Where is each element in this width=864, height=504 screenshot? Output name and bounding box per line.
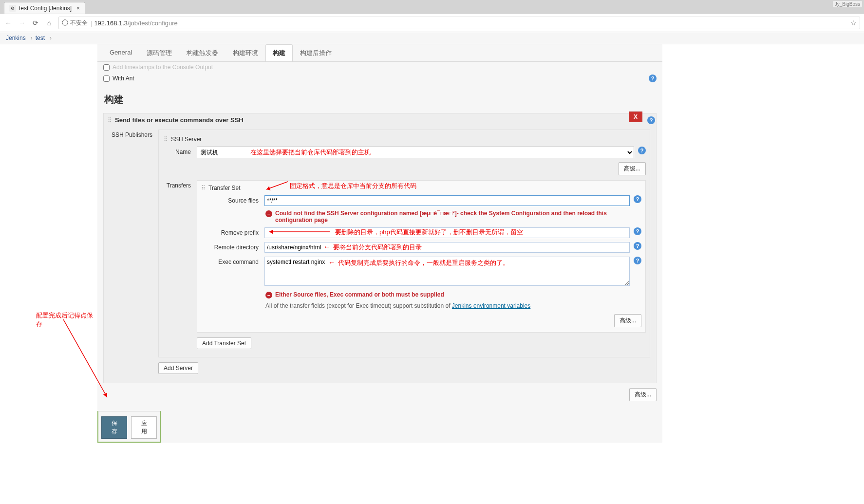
breadcrumb-root[interactable]: Jenkins <box>6 35 26 41</box>
add-server-button[interactable]: Add Server <box>158 362 198 374</box>
help-icon[interactable]: ? <box>647 116 655 124</box>
tab-general[interactable]: General <box>102 44 139 61</box>
chevron-right-icon: › <box>31 35 33 41</box>
close-tab-icon[interactable]: × <box>76 5 80 12</box>
back-icon[interactable]: ← <box>4 19 13 27</box>
tab-title: test Config [Jenkins] <box>19 5 72 12</box>
url-path: /job/test/configure <box>128 19 178 27</box>
annotation-save: 配置完成后记得点保存 <box>36 311 97 329</box>
advanced-button[interactable]: 高级... <box>629 388 657 401</box>
build-step-header: ⠿ Send files or execute commands over SS… <box>104 113 656 127</box>
checkbox-timestamps-row: Add timestamps to the Console Output <box>103 62 657 73</box>
remote-dir-label: Remote directory <box>201 242 264 251</box>
help-icon[interactable]: ? <box>649 75 657 82</box>
remove-step-button[interactable]: X <box>629 112 642 122</box>
tab-env[interactable]: 构建环境 <box>225 44 265 61</box>
transfer-set-title: Transfer Set <box>208 185 241 191</box>
help-icon[interactable]: ? <box>634 257 641 264</box>
apply-button[interactable]: 应用 <box>131 416 157 439</box>
forward-icon[interactable]: → <box>18 19 26 27</box>
add-transfer-set-button[interactable]: Add Transfer Set <box>197 337 251 349</box>
svg-line-1 <box>266 182 288 189</box>
help-icon[interactable]: ? <box>634 242 641 250</box>
checkbox-with-ant[interactable] <box>103 75 110 82</box>
checkbox-timestamps-label: Add timestamps to the Console Output <box>113 64 213 71</box>
grip-icon[interactable]: ⠿ <box>164 136 167 143</box>
exec-command-label: Exec command <box>201 257 264 265</box>
ssh-server-title: SSH Server <box>171 136 202 143</box>
error-source-exec: Either Source files, Exec command or bot… <box>275 291 444 298</box>
nav-bar: ← → ⟳ ⌂ ⓘ 不安全 | 192.168.1.3 /job/test/co… <box>0 14 864 32</box>
remove-prefix-label: Remove prefix <box>201 227 264 236</box>
error-icon: − <box>265 292 272 299</box>
info-icon: ⓘ <box>62 19 68 27</box>
browser-chrome: ⚙ test Config [Jenkins] × Jy_BigBoss ← →… <box>0 0 864 32</box>
build-step-ssh: ⠿ Send files or execute commands over SS… <box>103 113 657 383</box>
tab-scm[interactable]: 源码管理 <box>139 44 179 61</box>
step-title: Send files or execute commands over SSH <box>115 116 244 124</box>
save-button[interactable]: 保存 <box>101 416 127 439</box>
publishers-label: SSH Publishers <box>110 130 158 138</box>
tab-triggers[interactable]: 构建触发器 <box>179 44 225 61</box>
ssh-server-box: ⠿ SSH Server Name 测试机 在这里选 <box>158 130 650 357</box>
bookmark-icon[interactable]: ☆ <box>850 19 857 27</box>
help-icon[interactable]: ? <box>634 227 641 235</box>
source-files-input[interactable] <box>264 195 630 206</box>
env-vars-link[interactable]: Jenkins environment variables <box>452 302 530 309</box>
home-icon[interactable]: ⌂ <box>45 19 54 27</box>
env-helper-text: All of the transfer fields (except for E… <box>265 302 641 309</box>
source-files-label: Source files <box>201 195 264 204</box>
remote-dir-input[interactable] <box>264 242 630 253</box>
transfer-set-box: ⠿ Transfer Set 固定格式，意思是仓库中当前分支的所有代码 Sour… <box>197 180 646 333</box>
help-icon[interactable]: ? <box>634 195 641 203</box>
profile-badge: Jy_BigBoss <box>833 1 862 7</box>
tab-build[interactable]: 构建 <box>265 44 293 61</box>
name-label: Name <box>163 147 197 155</box>
left-gutter: 配置完成后记得点保存 <box>0 44 97 443</box>
chevron-right-icon: › <box>50 35 52 41</box>
advanced-button[interactable]: 高级... <box>614 314 641 327</box>
breadcrumb-job[interactable]: test <box>36 35 45 41</box>
checkbox-timestamps[interactable] <box>103 64 110 71</box>
transfers-label: Transfers <box>163 180 197 189</box>
breadcrumb: Jenkins › test › <box>0 32 864 44</box>
section-build-title: 构建 <box>104 93 657 106</box>
tab-post[interactable]: 构建后操作 <box>293 44 339 61</box>
reload-icon[interactable]: ⟳ <box>31 19 40 27</box>
tab-bar: ⚙ test Config [Jenkins] × Jy_BigBoss <box>0 0 864 14</box>
grip-icon[interactable]: ⠿ <box>108 117 111 124</box>
checkbox-with-ant-row: With Ant ? <box>103 73 657 84</box>
annotation-source: 固定格式，意思是仓库中当前分支的所有代码 <box>290 182 416 190</box>
config-tabs: General 源码管理 构建触发器 构建环境 构建 构建后操作 <box>97 44 662 62</box>
grip-icon[interactable]: ⠿ <box>201 185 205 191</box>
url-host: 192.168.1.3 <box>94 19 128 27</box>
help-icon[interactable]: ? <box>638 147 646 154</box>
main-content: General 源码管理 构建触发器 构建环境 构建 构建后操作 Add tim… <box>97 44 662 443</box>
ssh-server-name-select[interactable]: 测试机 <box>197 147 634 158</box>
favicon-icon: ⚙ <box>9 5 16 12</box>
exec-command-input[interactable]: systemctl restart nginx <box>264 257 630 286</box>
arrow-icon <box>264 181 289 191</box>
checkbox-with-ant-label: With Ant <box>113 75 134 82</box>
save-bar: 保存 应用 <box>97 411 161 443</box>
security-label: 不安全 <box>70 19 88 27</box>
browser-tab[interactable]: ⚙ test Config [Jenkins] × <box>4 2 85 14</box>
arrow-icon <box>267 228 331 235</box>
error-icon: − <box>265 210 272 217</box>
url-bar[interactable]: ⓘ 不安全 | 192.168.1.3 /job/test/configure … <box>58 17 860 29</box>
error-ssh-config: Could not find the SSH Server configurat… <box>275 210 641 224</box>
advanced-button[interactable]: 高级... <box>619 162 646 175</box>
